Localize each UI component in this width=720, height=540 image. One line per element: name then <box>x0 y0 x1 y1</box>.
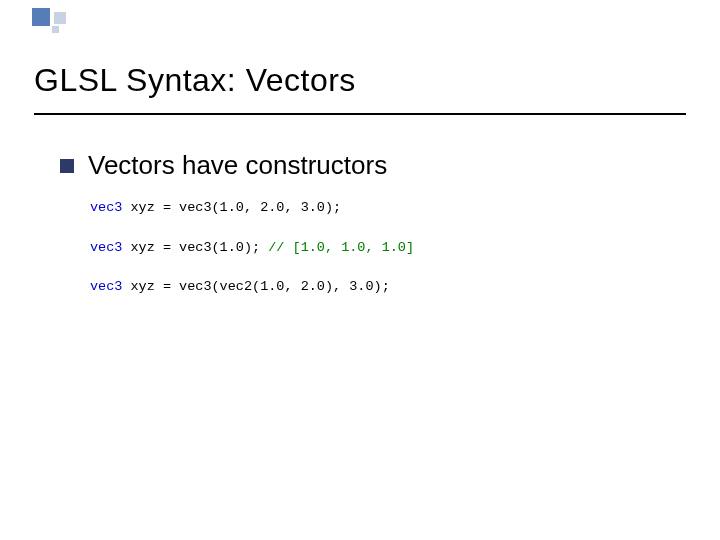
code-comment: // [1.0, 1.0, 1.0] <box>268 240 414 255</box>
deco-square-small <box>52 26 59 33</box>
code-keyword: vec3 <box>90 240 122 255</box>
code-line: vec3 xyz = vec3(1.0); // [1.0, 1.0, 1.0] <box>90 239 680 257</box>
code-rest: xyz = vec3(1.0, 2.0, 3.0); <box>122 200 341 215</box>
slide-title: GLSL Syntax: Vectors <box>34 62 686 99</box>
code-keyword: vec3 <box>90 200 122 215</box>
bullet-text: Vectors have constructors <box>88 150 387 181</box>
square-bullet-icon <box>60 159 74 173</box>
code-line: vec3 xyz = vec3(vec2(1.0, 2.0), 3.0); <box>90 278 680 296</box>
code-line: vec3 xyz = vec3(1.0, 2.0, 3.0); <box>90 199 680 217</box>
title-underline <box>34 113 686 115</box>
deco-square-large <box>32 8 50 26</box>
code-keyword: vec3 <box>90 279 122 294</box>
code-rest: xyz = vec3(vec2(1.0, 2.0), 3.0); <box>122 279 389 294</box>
bullet-item: Vectors have constructors <box>60 150 680 181</box>
deco-square-mid <box>54 12 66 24</box>
code-block: vec3 xyz = vec3(1.0, 2.0, 3.0); vec3 xyz… <box>90 199 680 296</box>
code-rest: xyz = vec3(1.0); <box>122 240 268 255</box>
corner-decoration <box>32 8 76 38</box>
